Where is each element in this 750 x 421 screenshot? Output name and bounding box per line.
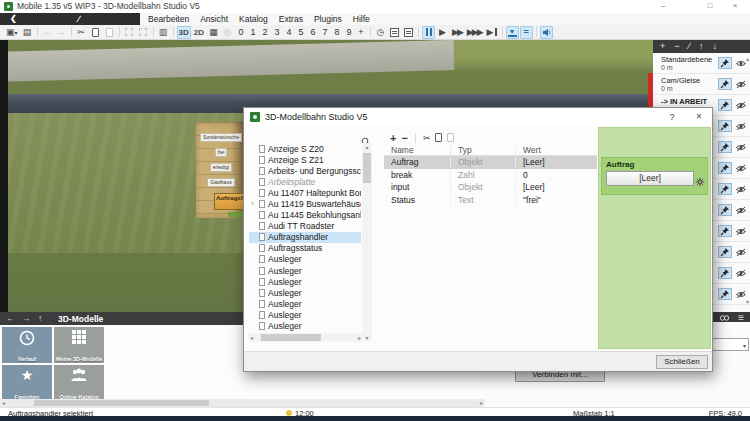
columns-button[interactable]: ▥	[157, 26, 170, 39]
catalog-back-icon[interactable]: ←	[6, 314, 14, 323]
list-item[interactable]: Auftragsstatus	[249, 243, 361, 254]
layers-scroll-up-icon[interactable]: ▴	[746, 55, 749, 62]
print-button[interactable]: ▤	[21, 26, 34, 39]
layer-number-0[interactable]: 0	[235, 26, 247, 39]
list-item[interactable]: Auftragshandler	[249, 232, 361, 243]
list-item[interactable]: Ausleger	[249, 321, 361, 332]
undo-button[interactable]: ←	[41, 26, 54, 39]
layer-add-icon[interactable]: +	[660, 41, 665, 52]
layer-pin-button[interactable]	[718, 183, 732, 195]
save-button[interactable]: ▣▾	[4, 26, 20, 39]
tile-verlauf[interactable]: Verlauf	[2, 327, 52, 363]
speed-lines-button[interactable]: =	[520, 26, 533, 39]
copy-button[interactable]	[89, 26, 102, 39]
list-item[interactable]: Au 11419 Buswartehäuschen	[249, 198, 361, 209]
clock-button[interactable]: ◷	[374, 26, 387, 39]
list-item[interactable]: Ausleger	[249, 254, 361, 265]
view-3d-button[interactable]: 3D	[177, 26, 191, 39]
layer-number-1[interactable]: 1	[247, 26, 259, 39]
dialog-close-icon[interactable]: ×	[691, 108, 707, 126]
list-item[interactable]: Ausleger	[249, 276, 361, 287]
layer-pin-button[interactable]	[718, 204, 732, 216]
property-cut-icon[interactable]: ✂	[423, 133, 431, 143]
list-hscrollbar[interactable]: ◂ ▸	[249, 333, 362, 342]
scroll-up-icon[interactable]: ▴	[362, 143, 372, 150]
layer-pin-button[interactable]	[718, 120, 732, 132]
catalog-hscrollbar[interactable]: ◂ ▸	[0, 399, 485, 407]
layer-number-8[interactable]: 8	[331, 26, 343, 39]
layer-number-6[interactable]: 6	[307, 26, 319, 39]
list-hscroll-thumb[interactable]	[261, 334, 321, 341]
close-button[interactable]: ×	[725, 0, 745, 13]
layer-pin-button[interactable]	[718, 141, 732, 153]
scroll-left-icon[interactable]: ◂	[250, 334, 253, 341]
schliessen-button[interactable]: Schließen	[656, 355, 708, 369]
minimize-button[interactable]: –	[653, 0, 673, 13]
tile-meine-3d-modelle[interactable]: Meine 3D-Modelle	[54, 327, 104, 363]
list-item[interactable]: Audi TT Roadster	[249, 221, 361, 232]
list-item[interactable]: Arbeitsplatte	[249, 176, 361, 187]
layer-visibility-button[interactable]	[734, 267, 748, 279]
tile-online-katalog[interactable]: Online-Katalog	[54, 365, 104, 401]
layer-move-down-icon[interactable]: ↓	[713, 41, 718, 52]
list-item[interactable]: Ausleger	[249, 309, 361, 320]
layer-number-2[interactable]: 2	[259, 26, 271, 39]
pause-button[interactable]	[422, 26, 435, 39]
paste-button[interactable]	[103, 26, 116, 39]
layer-visibility-button[interactable]	[734, 225, 748, 237]
dialog-help-button[interactable]: ?	[664, 108, 680, 126]
menu-hamburger-icon[interactable]: ≡	[738, 313, 744, 323]
layer-move-up-icon[interactable]: ↑	[699, 41, 704, 52]
edit-pencil-icon[interactable]: ∕	[78, 13, 80, 25]
catalog-up-icon[interactable]: ↑	[38, 314, 42, 323]
view-2d-button[interactable]: 2D	[192, 26, 206, 39]
property-copy-icon[interactable]	[435, 133, 442, 142]
property-paste-icon[interactable]	[447, 133, 454, 142]
maximize-button[interactable]: □	[700, 0, 720, 13]
scroll-down-icon[interactable]: ▾	[362, 334, 372, 341]
list-vscrollbar[interactable]: ▴ ▾	[362, 143, 372, 341]
layers-scroll-down-icon[interactable]: ▾	[746, 298, 749, 305]
layer-row[interactable]: Cam/Gleise0 m	[653, 74, 750, 95]
select-rect-button[interactable]	[123, 26, 136, 39]
menu-item-hilfe[interactable]: Hilfe	[353, 13, 370, 25]
script-panel-button[interactable]	[402, 26, 415, 39]
select-add-button[interactable]	[137, 26, 150, 39]
list-item[interactable]: Anzeige S Z20	[249, 143, 361, 154]
link-icon[interactable]	[719, 314, 730, 322]
layer-pin-button[interactable]	[718, 162, 732, 174]
back-icon[interactable]: ❮	[10, 13, 17, 25]
table-row[interactable]: inputObjekt[Leer]	[384, 181, 597, 194]
tile-favoriten[interactable]: ★ Favoriten	[2, 365, 52, 401]
property-add-button[interactable]: +	[390, 132, 396, 144]
list-item[interactable]: Ausleger	[249, 298, 361, 309]
layer-visibility-button[interactable]	[734, 246, 748, 258]
menu-item-ansicht[interactable]: Ansicht	[200, 13, 228, 25]
layer-visibility-button[interactable]	[734, 141, 748, 153]
list-scroll-thumb[interactable]	[363, 153, 371, 183]
layer-visibility-button[interactable]	[734, 204, 748, 216]
list-item[interactable]: Anzeige S Z21	[249, 154, 361, 165]
scroll-right-icon[interactable]: ▸	[358, 334, 361, 341]
play-button[interactable]: ▶	[436, 26, 449, 39]
list-item[interactable]: Au 11407 Haltepunkt Borsdorf	[249, 187, 361, 198]
layer-row[interactable]: Standardebene0 m	[653, 53, 750, 74]
table-row[interactable]: StatusText"frei"	[384, 194, 597, 207]
auftrag-value-field[interactable]: [Leer]	[606, 171, 694, 186]
redo-button[interactable]: →	[55, 26, 68, 39]
layer-number-9[interactable]: 9	[343, 26, 355, 39]
layer-pin-button[interactable]	[718, 267, 732, 279]
list-item[interactable]: Ausleger	[249, 287, 361, 298]
layer-visibility-button[interactable]	[734, 99, 748, 111]
cut-button[interactable]: ✂	[75, 26, 88, 39]
layer-pin-button[interactable]	[718, 99, 732, 111]
table-row[interactable]: AuftragObjekt[Leer]	[384, 156, 597, 169]
menu-item-extras[interactable]: Extras	[279, 13, 303, 25]
catalog-forward-icon[interactable]: →	[22, 314, 30, 323]
property-remove-button[interactable]: −	[401, 132, 407, 144]
table-row[interactable]: breakZahl0	[384, 169, 597, 182]
layer-pin-button[interactable]	[718, 288, 732, 300]
gear-icon[interactable]	[695, 173, 705, 191]
layer-number-7[interactable]: 7	[319, 26, 331, 39]
layer-visibility-button[interactable]	[734, 78, 748, 90]
